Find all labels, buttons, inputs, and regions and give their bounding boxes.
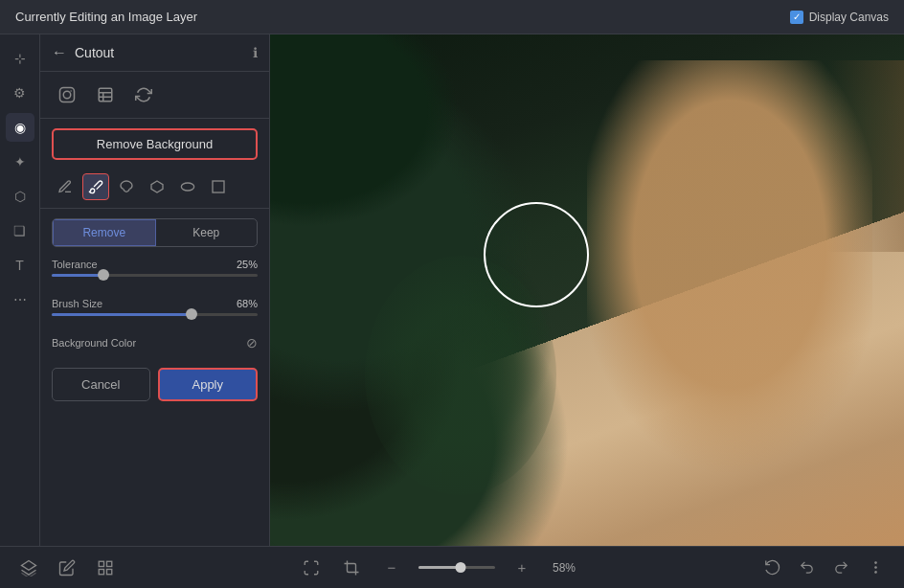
- tolerance-value: 25%: [237, 259, 258, 270]
- tolerance-thumb[interactable]: [98, 269, 109, 281]
- svg-rect-9: [213, 181, 224, 192]
- cancel-button[interactable]: Cancel: [52, 368, 150, 401]
- zoom-value: 58%: [549, 561, 579, 575]
- left-icon-bar: ⊹ ⚙ ◉ ✦ ⬡ ❏ T ⋯: [0, 34, 40, 546]
- svg-marker-7: [151, 181, 163, 192]
- tool-brush[interactable]: [82, 173, 109, 200]
- rotate-left-icon[interactable]: [758, 554, 785, 581]
- top-bar: Currently Editing an Image Layer Display…: [0, 0, 904, 34]
- main-area: ⊹ ⚙ ◉ ✦ ⬡ ❏ T ⋯ ← Cutout ℹ: [0, 34, 904, 546]
- bg-color-icon[interactable]: ⊘: [246, 335, 258, 351]
- display-canvas-checkbox[interactable]: [790, 11, 803, 24]
- brush-size-section: Brush Size 68%: [40, 292, 269, 331]
- brush-size-fill: [52, 313, 192, 316]
- info-icon[interactable]: ℹ: [253, 45, 258, 60]
- bottom-right-icons: [758, 554, 889, 581]
- panel-header: ← Cutout ℹ: [40, 34, 269, 72]
- tool-polygon[interactable]: [144, 173, 170, 200]
- svg-rect-11: [99, 561, 103, 566]
- lion-tattoo-area: [827, 60, 904, 252]
- tool-eye[interactable]: ◉: [6, 113, 34, 142]
- svg-point-1: [63, 91, 71, 99]
- tool-paint[interactable]: ⬡: [6, 182, 34, 211]
- tolerance-track[interactable]: [52, 274, 258, 277]
- svg-point-17: [874, 572, 875, 573]
- svg-rect-12: [107, 561, 112, 566]
- brush-size-track[interactable]: [52, 313, 258, 316]
- action-row: Cancel Apply: [40, 360, 269, 413]
- svg-point-8: [181, 183, 193, 191]
- brush-size-label: Brush Size: [52, 298, 102, 309]
- undo-icon[interactable]: [793, 554, 820, 581]
- edit-icon[interactable]: [54, 554, 80, 581]
- bottom-center: − + 58%: [298, 554, 579, 581]
- tool-ellipse[interactable]: [174, 173, 201, 200]
- brush-size-thumb[interactable]: [186, 308, 197, 320]
- top-bar-title: Currently Editing an Image Layer: [15, 10, 197, 24]
- tab-icons: [40, 72, 269, 119]
- layers-icon[interactable]: [15, 554, 42, 581]
- svg-rect-3: [99, 88, 112, 102]
- tolerance-section: Tolerance 25%: [40, 253, 269, 292]
- tab-instagram[interactable]: [52, 79, 82, 110]
- skeleton-area: [365, 256, 556, 495]
- canvas-area[interactable]: [270, 34, 904, 546]
- tolerance-fill: [52, 274, 103, 277]
- tab-refresh[interactable]: [128, 79, 159, 110]
- bg-color-label: Background Color: [52, 337, 136, 349]
- zoom-slider-fill: [418, 566, 461, 569]
- tool-move[interactable]: ⊹: [6, 44, 34, 73]
- tool-lasso[interactable]: [113, 173, 140, 200]
- side-panel: ← Cutout ℹ: [40, 34, 270, 546]
- keep-button[interactable]: Keep: [156, 219, 258, 246]
- remove-button[interactable]: Remove: [53, 219, 156, 246]
- remove-background-button[interactable]: Remove Background: [52, 128, 258, 160]
- svg-point-16: [874, 567, 875, 568]
- bottom-left-icons: [15, 554, 119, 581]
- tool-magic[interactable]: ✦: [6, 147, 34, 176]
- tab-layer[interactable]: [90, 79, 121, 110]
- zoom-out-icon[interactable]: −: [378, 554, 405, 581]
- remove-keep-toggle: Remove Keep: [52, 218, 258, 247]
- tool-pen[interactable]: [52, 173, 79, 200]
- svg-rect-0: [60, 88, 75, 102]
- svg-point-15: [874, 562, 875, 563]
- bottom-bar: − + 58%: [0, 546, 904, 588]
- tool-rect[interactable]: [205, 173, 232, 200]
- svg-rect-13: [99, 569, 103, 574]
- panel-title: Cutout: [75, 45, 245, 60]
- display-canvas-wrap: Display Canvas: [790, 11, 889, 24]
- zoom-slider-thumb[interactable]: [456, 562, 466, 573]
- zoom-slider[interactable]: [418, 566, 495, 569]
- back-button[interactable]: ←: [52, 44, 67, 61]
- tool-text[interactable]: T: [6, 251, 34, 280]
- redo-icon[interactable]: [827, 554, 854, 581]
- display-canvas-label: Display Canvas: [809, 11, 889, 24]
- apply-button[interactable]: Apply: [158, 368, 259, 401]
- expand-icon[interactable]: [298, 554, 325, 581]
- tool-more[interactable]: ⋯: [6, 285, 34, 314]
- grid-icon[interactable]: [92, 554, 119, 581]
- more-options-icon[interactable]: [862, 554, 889, 581]
- bg-color-row: Background Color ⊘: [40, 331, 269, 360]
- tool-row: [40, 166, 269, 209]
- svg-marker-10: [22, 560, 36, 570]
- tool-shapes[interactable]: ❏: [6, 216, 34, 245]
- svg-point-2: [70, 90, 72, 92]
- crop-icon[interactable]: [338, 554, 365, 581]
- tool-adjust[interactable]: ⚙: [6, 79, 34, 107]
- svg-rect-14: [107, 569, 112, 574]
- brush-size-value: 68%: [237, 298, 258, 309]
- tolerance-label: Tolerance: [52, 259, 98, 270]
- zoom-in-icon[interactable]: +: [508, 554, 535, 581]
